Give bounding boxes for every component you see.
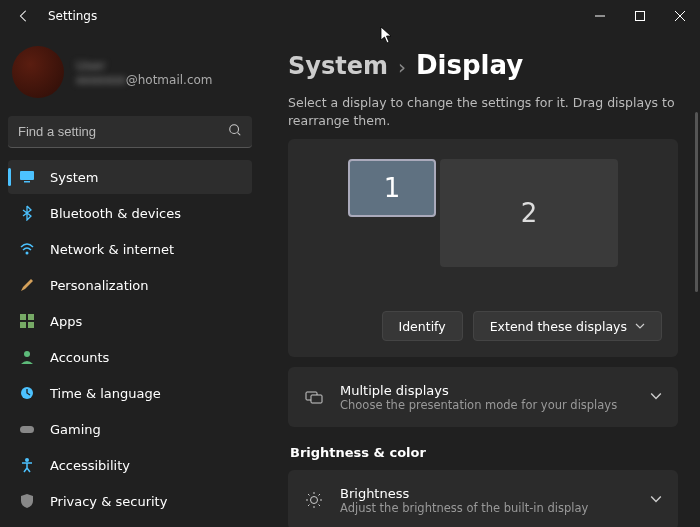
svg-point-2 bbox=[230, 125, 239, 134]
svg-line-24 bbox=[308, 505, 310, 507]
nav-label: Gaming bbox=[50, 422, 101, 437]
nav-time[interactable]: Time & language bbox=[8, 376, 252, 410]
svg-rect-8 bbox=[28, 314, 34, 320]
nav-network[interactable]: Network & internet bbox=[8, 232, 252, 266]
section-brightness-color: Brightness & color bbox=[290, 445, 678, 460]
bluetooth-icon bbox=[18, 204, 36, 222]
brightness-row[interactable]: Brightness Adjust the brightness of the … bbox=[288, 470, 678, 527]
svg-line-22 bbox=[308, 494, 310, 496]
search-box[interactable] bbox=[8, 116, 252, 148]
clock-icon bbox=[18, 384, 36, 402]
nav-label: Bluetooth & devices bbox=[50, 206, 181, 221]
nav-label: Accessibility bbox=[50, 458, 130, 473]
chevron-right-icon: › bbox=[398, 55, 406, 79]
nav-accessibility[interactable]: Accessibility bbox=[8, 448, 252, 482]
svg-point-6 bbox=[26, 252, 29, 255]
nav-personalization[interactable]: Personalization bbox=[8, 268, 252, 302]
nav-label: Network & internet bbox=[50, 242, 174, 257]
svg-point-14 bbox=[25, 458, 29, 462]
chevron-down-icon bbox=[635, 319, 645, 334]
titlebar: Settings bbox=[0, 0, 700, 32]
brush-icon bbox=[18, 276, 36, 294]
nav-label: Privacy & security bbox=[50, 494, 167, 509]
svg-point-17 bbox=[311, 497, 318, 504]
setting-sub: Adjust the brightness of the built-in di… bbox=[340, 501, 634, 515]
monitor-1[interactable]: 1 bbox=[348, 159, 436, 217]
apps-icon bbox=[18, 312, 36, 330]
hint-text: Select a display to change the settings … bbox=[288, 94, 678, 129]
svg-rect-5 bbox=[24, 181, 30, 183]
svg-point-11 bbox=[24, 351, 30, 357]
svg-rect-1 bbox=[636, 12, 645, 21]
nav-apps[interactable]: Apps bbox=[8, 304, 252, 338]
nav-label: Personalization bbox=[50, 278, 149, 293]
breadcrumb: System › Display bbox=[288, 50, 678, 80]
nav-label: Apps bbox=[50, 314, 82, 329]
main-content: System › Display Select a display to cha… bbox=[260, 32, 700, 527]
person-icon bbox=[18, 348, 36, 366]
avatar bbox=[12, 46, 64, 98]
gamepad-icon bbox=[18, 420, 36, 438]
chevron-down-icon bbox=[650, 493, 662, 508]
shield-icon bbox=[18, 492, 36, 510]
system-icon bbox=[18, 168, 36, 186]
nav-bluetooth[interactable]: Bluetooth & devices bbox=[8, 196, 252, 230]
svg-line-25 bbox=[319, 494, 321, 496]
nav-label: Time & language bbox=[50, 386, 161, 401]
scrollbar[interactable] bbox=[695, 112, 698, 292]
window-title: Settings bbox=[48, 9, 97, 23]
svg-rect-13 bbox=[20, 426, 34, 433]
breadcrumb-current: Display bbox=[416, 50, 523, 80]
multiple-displays-icon bbox=[304, 387, 324, 407]
search-icon bbox=[228, 123, 242, 140]
search-input[interactable] bbox=[18, 124, 228, 139]
brightness-icon bbox=[304, 490, 324, 510]
svg-rect-7 bbox=[20, 314, 26, 320]
svg-rect-9 bbox=[20, 322, 26, 328]
profile[interactable]: User xxxxxxx@hotmail.com bbox=[8, 40, 260, 110]
setting-title: Multiple displays bbox=[340, 383, 634, 398]
svg-line-23 bbox=[319, 505, 321, 507]
display-arrange-box: 1 2 Identify Extend these displays bbox=[288, 139, 678, 357]
svg-rect-16 bbox=[311, 395, 322, 403]
monitor-2[interactable]: 2 bbox=[440, 159, 618, 267]
setting-title: Brightness bbox=[340, 486, 634, 501]
sidebar: User xxxxxxx@hotmail.com System Bluetoot… bbox=[0, 32, 260, 527]
svg-rect-10 bbox=[28, 322, 34, 328]
maximize-button[interactable] bbox=[620, 0, 660, 32]
extend-dropdown[interactable]: Extend these displays bbox=[473, 311, 662, 341]
chevron-down-icon bbox=[650, 390, 662, 405]
nav-privacy[interactable]: Privacy & security bbox=[8, 484, 252, 518]
svg-line-3 bbox=[238, 133, 241, 136]
nav-system[interactable]: System bbox=[8, 160, 252, 194]
monitor-canvas[interactable]: 1 2 bbox=[304, 155, 662, 305]
minimize-button[interactable] bbox=[580, 0, 620, 32]
back-button[interactable] bbox=[8, 0, 40, 32]
close-button[interactable] bbox=[660, 0, 700, 32]
profile-name: User bbox=[76, 58, 213, 73]
wifi-icon bbox=[18, 240, 36, 258]
nav-accounts[interactable]: Accounts bbox=[8, 340, 252, 374]
breadcrumb-parent[interactable]: System bbox=[288, 52, 388, 80]
identify-button[interactable]: Identify bbox=[382, 311, 463, 341]
nav-label: Accounts bbox=[50, 350, 109, 365]
profile-email: xxxxxxx@hotmail.com bbox=[76, 73, 213, 87]
svg-rect-4 bbox=[20, 171, 34, 180]
window-controls bbox=[580, 0, 700, 32]
setting-sub: Choose the presentation mode for your di… bbox=[340, 398, 634, 412]
accessibility-icon bbox=[18, 456, 36, 474]
nav-gaming[interactable]: Gaming bbox=[8, 412, 252, 446]
multiple-displays-row[interactable]: Multiple displays Choose the presentatio… bbox=[288, 367, 678, 427]
nav-label: System bbox=[50, 170, 98, 185]
nav-list: System Bluetooth & devices Network & int… bbox=[8, 160, 260, 518]
